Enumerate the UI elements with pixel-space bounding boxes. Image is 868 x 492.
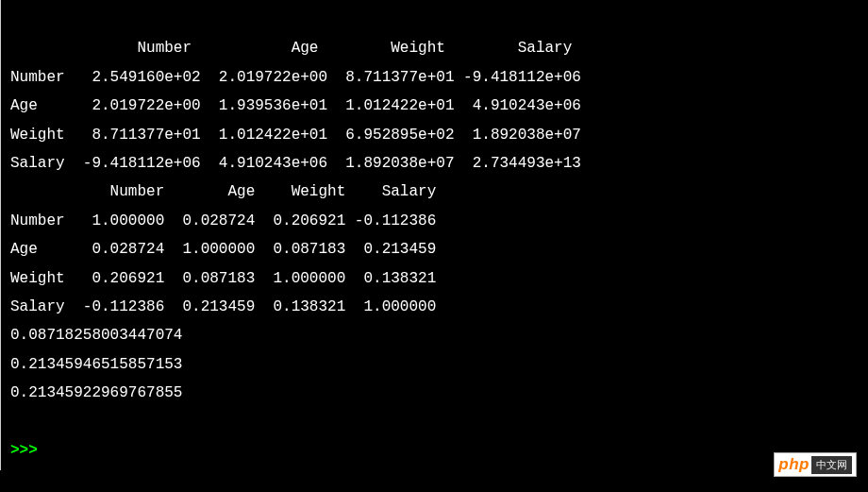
scalar-output: 0.08718258003447074 — [10, 327, 182, 344]
scalar-output: 0.21345946515857153 — [10, 356, 182, 373]
site-watermark: php 中文网 — [774, 452, 857, 477]
cov-row: Age 2.019722e+00 1.939536e+01 1.012422e+… — [10, 97, 581, 114]
cov-row: Weight 8.711377e+01 1.012422e+01 6.95289… — [10, 127, 581, 144]
watermark-cn: 中文网 — [811, 456, 852, 474]
python-prompt[interactable]: >>> — [10, 442, 46, 459]
cov-row: Salary -9.418112e+06 4.910243e+06 1.8920… — [10, 155, 581, 172]
corr-row: Age 0.028724 1.000000 0.087183 0.213459 — [10, 241, 436, 258]
corr-table-header: Number Age Weight Salary — [10, 183, 436, 200]
corr-row: Number 1.000000 0.028724 0.206921 -0.112… — [10, 212, 436, 229]
scalar-output: 0.21345922969767855 — [10, 384, 182, 401]
cov-table-header: Number Age Weight Salary — [10, 40, 572, 57]
terminal-output: Number Age Weight Salary Number 2.549160… — [0, 0, 868, 470]
watermark-php: php — [778, 455, 810, 474]
corr-row: Salary -0.112386 0.213459 0.138321 1.000… — [10, 298, 436, 315]
cov-row: Number 2.549160e+02 2.019722e+00 8.71137… — [10, 69, 581, 86]
corr-row: Weight 0.206921 0.087183 1.000000 0.1383… — [10, 270, 436, 287]
